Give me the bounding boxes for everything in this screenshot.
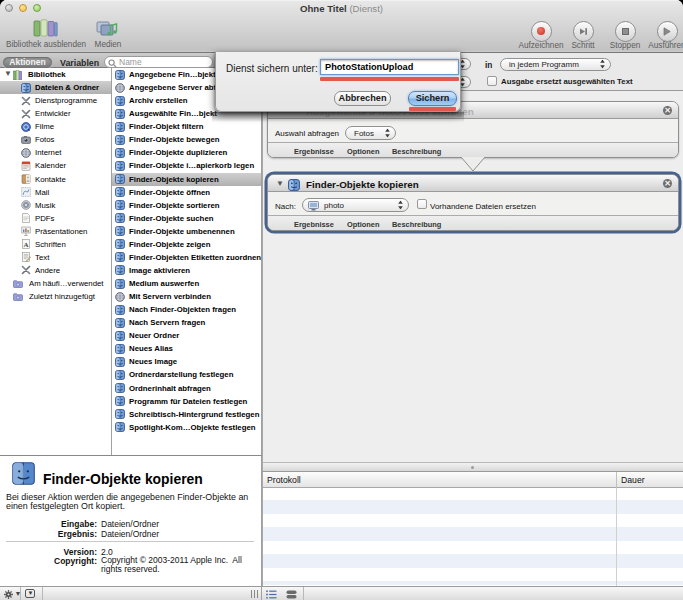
svg-text:A: A: [23, 241, 28, 249]
